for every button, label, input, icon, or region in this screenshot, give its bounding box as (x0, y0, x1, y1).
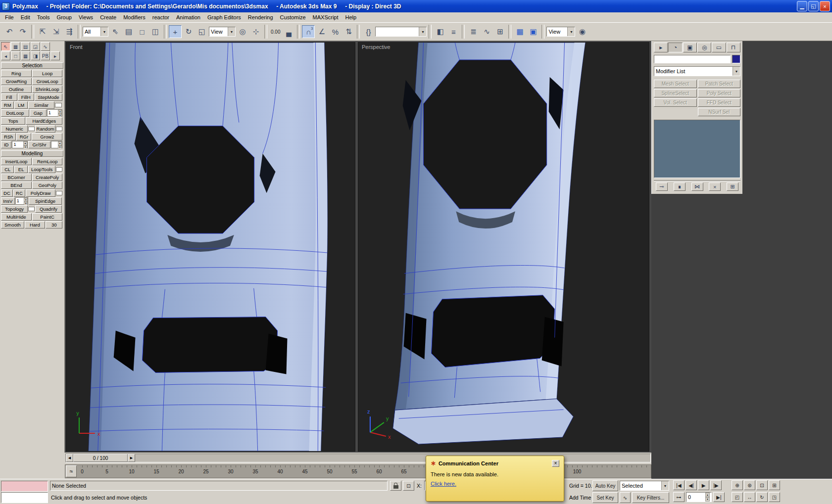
pin-stack-icon[interactable]: ⊸ (656, 183, 668, 191)
growring-button[interactable]: GrowRing (1, 78, 32, 85)
zoom-extents-all-icon[interactable]: ⊞ (769, 480, 780, 490)
auto-key-button[interactable]: Auto Key (592, 480, 618, 491)
stepmode-button[interactable]: StepMode (35, 93, 63, 101)
checkbox[interactable] (28, 207, 35, 211)
gr-shr-button[interactable]: Gr/Shr (28, 141, 50, 148)
modifier-stack-list[interactable] (654, 120, 740, 178)
remove-modifier-icon[interactable]: × (709, 183, 721, 191)
polyboost-button[interactable]: PB (41, 51, 50, 60)
menu-item-modifiers[interactable]: Modifiers (120, 13, 149, 21)
polydraw-button[interactable]: PolyDraw (26, 189, 55, 197)
select-and-rotate-icon[interactable]: ↻ (182, 25, 195, 38)
restore-button[interactable]: ◱ (808, 1, 819, 11)
render-icon[interactable]: ◉ (576, 25, 588, 38)
chevron-down-icon[interactable]: ▼ (733, 67, 740, 76)
configure-modifier-sets-icon[interactable]: ⊞ (727, 183, 738, 191)
remloop-button[interactable]: RemLoop (32, 158, 63, 165)
unlink-selection-icon[interactable]: ⇲ (49, 25, 62, 38)
checkbox[interactable] (55, 103, 62, 107)
vol-select-button[interactable]: Vol. Select (654, 98, 697, 107)
checkbox[interactable] (56, 167, 62, 172)
chevron-down-icon[interactable]: ▼ (567, 27, 575, 36)
close-button[interactable]: × (820, 1, 830, 11)
material-editor-icon[interactable]: ▦ (513, 25, 526, 38)
select-and-manipulate-icon[interactable]: ⊹ (249, 25, 262, 38)
grid-cells-icon[interactable]: ▦ (11, 42, 20, 51)
next-frame-button[interactable]: |▶ (710, 480, 722, 490)
tab-display[interactable]: ▭ (712, 43, 726, 52)
spinner-up-icon[interactable]: ▲ (58, 110, 62, 114)
looptools-button[interactable]: LoopTools (28, 166, 55, 173)
zoom-icon[interactable]: ⊕ (732, 480, 743, 490)
spinner-up-icon[interactable]: ▲ (23, 141, 27, 145)
maxscript-mini-listener[interactable] (1, 492, 48, 503)
mirror-icon[interactable]: ◧ (434, 25, 446, 38)
min-max-toggle-icon[interactable]: ◳ (769, 492, 780, 502)
rm-button[interactable]: RM (1, 101, 14, 109)
ffd-select-button[interactable]: FFD Select (698, 98, 741, 107)
snaps-toggle-icon[interactable]: ∩3 (302, 25, 315, 38)
mesh-select-button[interactable]: Mesh Select (654, 80, 697, 88)
layer-manager-icon[interactable]: ≣ (467, 25, 480, 38)
hardedges-button[interactable]: HardEdges (26, 117, 62, 125)
modifier-list-dropdown[interactable]: Modifier List ▼ (654, 66, 740, 76)
corner-region-icon[interactable]: ◲ (31, 42, 40, 51)
topology-button[interactable]: Topology (1, 205, 28, 213)
quadrify-button[interactable]: Quadrify (35, 205, 62, 213)
undo-icon[interactable]: ↶ (3, 25, 16, 38)
chevron-down-icon[interactable]: ▼ (419, 27, 426, 36)
frame-spinner[interactable]: ▲▼ (705, 493, 710, 502)
key-mode-toggle-button[interactable]: ⊶ (673, 492, 685, 502)
similar-button[interactable]: Similar (28, 101, 54, 109)
rsh-button[interactable]: RSh (1, 133, 16, 140)
show-end-result-icon[interactable]: ∎ (674, 183, 685, 191)
tab-utilities[interactable]: ⊓ (727, 43, 740, 52)
splineselect-button[interactable]: SplineSelect (654, 89, 697, 97)
view-dropdown[interactable]: View▼ (546, 27, 575, 37)
front-viewport-canvas[interactable]: x y (66, 43, 355, 451)
grow2-button[interactable]: Grow2 (32, 133, 62, 140)
paintc-button[interactable]: PaintC (32, 213, 63, 221)
front-viewport[interactable]: Front (66, 42, 355, 452)
30-button[interactable]: 30 (46, 221, 62, 229)
box-icon[interactable]: □ (11, 51, 20, 60)
bcorner-button[interactable]: BCorner (1, 174, 32, 181)
menu-item-help[interactable]: Help (342, 13, 360, 21)
zoom-all-icon[interactable]: ⊛ (744, 480, 755, 490)
menu-item-customize[interactable]: Customize (277, 13, 309, 21)
default-in-out-tangents-button[interactable]: ∿ (620, 492, 631, 503)
align-icon[interactable]: ≡ (447, 25, 460, 38)
patch-select-button[interactable]: Patch Select (698, 80, 741, 88)
rc-button[interactable]: RC (13, 189, 25, 197)
spinner-down-icon[interactable]: ▼ (23, 145, 27, 148)
arc-rotate-icon[interactable]: ↻ (756, 492, 768, 502)
spinner[interactable]: ▲▼ (51, 141, 62, 148)
tab-modify[interactable]: ◔ (668, 43, 682, 52)
chevron-down-icon[interactable]: ▼ (228, 27, 235, 36)
current-frame-field[interactable]: 0 ▲▼ (686, 492, 712, 502)
numeric-button[interactable]: Numeric (1, 125, 28, 133)
shrinkloop-button[interactable]: ShrinkLoop (32, 86, 63, 93)
previous-frame-arrow[interactable]: ◀ (66, 454, 73, 462)
viewport-label[interactable]: Front (70, 44, 83, 50)
menu-item-tools[interactable]: Tools (34, 13, 53, 21)
spinner-down-icon[interactable]: ▼ (58, 145, 62, 148)
bend-button[interactable]: BEnd (1, 182, 32, 189)
growloop-button[interactable]: GrowLoop (32, 78, 63, 85)
perspective-viewport[interactable]: Perspective (358, 42, 649, 452)
select-and-move-icon[interactable]: + (169, 25, 182, 38)
select-object-icon[interactable]: ⇖ (109, 25, 122, 38)
curve-editor-icon[interactable]: ∿ (480, 25, 493, 38)
select-by-name-icon[interactable]: ▤ (122, 25, 135, 38)
poly-select-button[interactable]: Poly Select (698, 89, 741, 97)
fill-button[interactable]: Fill (1, 93, 17, 101)
close-icon[interactable]: × (552, 460, 559, 467)
tab-hierarchy[interactable]: ▣ (683, 43, 697, 52)
gap-button[interactable]: Gap (30, 109, 47, 117)
hard-button[interactable]: Hard (25, 221, 46, 229)
window-crossing-icon[interactable]: ◫ (149, 25, 162, 38)
spinedge-button[interactable]: SpinEdge (29, 197, 62, 205)
random-button[interactable]: Random (35, 125, 56, 133)
tab-create[interactable]: ▸ (654, 43, 668, 52)
spinner-up-icon[interactable]: ▲ (24, 198, 28, 202)
